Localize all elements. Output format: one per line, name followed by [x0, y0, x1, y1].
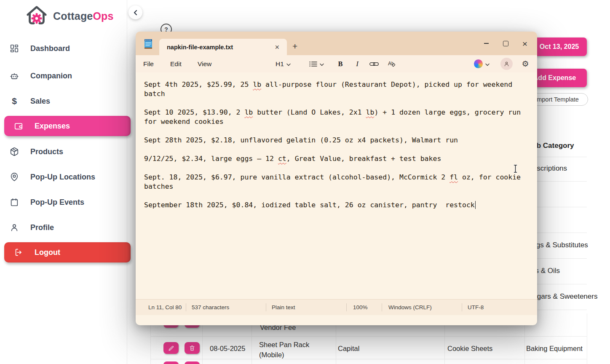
account-button[interactable]: [498, 55, 515, 72]
copilot-icon: [474, 59, 483, 68]
new-tab-button[interactable]: +: [292, 42, 297, 51]
heading-style-dropdown[interactable]: H1: [275, 55, 292, 72]
status-item: 100%: [353, 300, 368, 315]
status-item: 537 characters: [192, 300, 229, 315]
dollar-icon: $: [9, 96, 19, 106]
menu-file[interactable]: File: [143, 55, 154, 72]
status-item: Windows (CRLF): [388, 300, 432, 315]
editor-paragraph: Sept. 18, 2025, $6.97, pure vanilla extr…: [144, 173, 527, 191]
misspelled-word: lb: [253, 80, 261, 88]
chevron-down-icon: [485, 60, 490, 68]
sidebar-item-popup-events[interactable]: Pop-Up Events: [9, 192, 84, 212]
clear-format-icon: A b: [388, 60, 396, 68]
close-icon: ×: [522, 39, 527, 48]
notepad-window: napkin-file-example.txt × + × File Edit …: [136, 32, 537, 325]
table-cell-item: Sheet Pan Rack (Mobile): [259, 340, 334, 360]
user-icon: [9, 222, 19, 233]
link-icon: [369, 61, 379, 67]
sidebar-item-label: Companion: [30, 72, 72, 80]
chevron-down-icon: [286, 60, 291, 68]
menu-view[interactable]: View: [198, 55, 211, 72]
editor-paragraph: September 18th 2025, $0.84, iodized tabl…: [144, 201, 527, 210]
sidebar-item-sales[interactable]: $Sales: [9, 91, 50, 111]
status-separator: [346, 303, 347, 311]
app-title: CottageOps: [53, 10, 114, 22]
avatar: [500, 58, 513, 70]
edit-row-button[interactable]: [163, 361, 179, 364]
editor-paragraph: 9/12/25, $2.34, large eggs – 12 ct, Grea…: [144, 154, 527, 163]
sidebar-collapse-button[interactable]: [128, 5, 142, 19]
sidebar-item-label: Products: [30, 147, 63, 156]
editor-text: September 18th 2025, $0.84, iodized tabl…: [144, 201, 475, 209]
close-button[interactable]: ×: [515, 35, 535, 52]
user-icon: [503, 61, 510, 67]
menu-edit[interactable]: Edit: [170, 55, 182, 72]
editor-text: Sept 4th 2025, $25.99, 25: [144, 80, 253, 88]
notepad-titlebar[interactable]: napkin-file-example.txt × + ×: [136, 32, 537, 55]
sidebar-item-expenses[interactable]: Expenses: [4, 116, 131, 136]
editor-paragraph: Sept 4th 2025, $25.99, 25 lb all-purpose…: [144, 80, 527, 99]
minimize-button[interactable]: [476, 35, 496, 52]
status-item: UTF-8: [468, 300, 484, 315]
delete-row-button[interactable]: [185, 361, 200, 364]
sidebar-item-label: Dashboard: [30, 44, 70, 53]
cottage-house-gear-icon: [24, 3, 49, 29]
sidebar-item-products[interactable]: Products: [9, 142, 63, 162]
text-caret: [475, 201, 476, 209]
package-icon: [9, 147, 19, 157]
app-logo: CottageOps: [24, 3, 114, 29]
notepad-text-area[interactable]: Sept 4th 2025, $25.99, 25 lb all-purpose…: [136, 72, 537, 299]
screen: { "colors": { "accent_pink": "#E9348A", …: [0, 0, 610, 364]
editor-paragraph: Sept 28th 2025, $2.18, unflavored gelati…: [144, 136, 527, 145]
calendar-icon: [9, 197, 19, 207]
notepad-file-icon: [143, 38, 153, 51]
notepad-status-bar: Ln 11, Col 80537 charactersPlain text100…: [136, 299, 537, 315]
sidebar-item-label: Sales: [30, 97, 50, 106]
sidebar-item-label: Logout: [35, 248, 60, 257]
settings-button[interactable]: ⚙: [517, 55, 534, 72]
bold-button[interactable]: B: [334, 55, 347, 72]
table-cell-category: Capital: [338, 345, 359, 353]
tab-close-icon[interactable]: ×: [272, 43, 282, 51]
sidebar-item-companion[interactable]: Companion: [9, 66, 72, 86]
tab-napkin-file[interactable]: napkin-file-example.txt ×: [159, 39, 287, 55]
notepad-toolbar: File Edit View H1 B I: [136, 55, 537, 72]
copilot-dropdown[interactable]: [471, 55, 492, 72]
sidebar-item-dashboard[interactable]: Dashboard: [9, 38, 70, 59]
sidebar-item-popup-locations[interactable]: Pop-Up Locations: [9, 167, 95, 187]
sidebar-item-logout[interactable]: Logout: [4, 242, 131, 262]
sidebar: CottageOps DashboardCompanion$SalesExpen…: [0, 0, 127, 364]
status-separator: [186, 303, 186, 311]
status-item: Plain text: [272, 300, 295, 315]
date-picker-button[interactable]: Oct 13, 2025: [532, 37, 587, 56]
italic-button[interactable]: I: [350, 55, 364, 72]
list-dropdown[interactable]: [307, 55, 326, 72]
edit-row-button[interactable]: [163, 342, 179, 354]
svg-text:A: A: [388, 61, 391, 67]
trash-icon: [189, 345, 195, 351]
sidebar-item-label: Pop-Up Locations: [30, 173, 95, 182]
insert-link-button[interactable]: [367, 55, 382, 72]
map-pin-icon: [9, 172, 19, 182]
misspelled-word: lb: [366, 108, 375, 116]
logout-icon: [13, 247, 24, 257]
bullet-list-icon: [309, 61, 317, 67]
pencil-icon: [168, 345, 175, 352]
status-separator: [462, 303, 462, 311]
minimize-icon: [484, 43, 489, 44]
maximize-button[interactable]: [496, 35, 515, 52]
sidebar-item-profile[interactable]: Profile: [9, 217, 54, 238]
table-cell-date: 08-05-2025: [210, 345, 245, 353]
gear-icon: ⚙: [522, 59, 529, 69]
editor-text: 9/12/25, $2.34, large eggs – 12: [144, 155, 278, 163]
editor-text: , Great Value, breakfast + test bakes: [286, 155, 441, 163]
editor-text: Sept 10 2025, $13.90, 2: [144, 108, 244, 116]
clear-formatting-button[interactable]: A b: [384, 55, 399, 72]
maximize-icon: [503, 41, 508, 46]
dashboard-icon: [9, 43, 19, 54]
robot-icon: [9, 71, 19, 81]
editor-paragraph: Sept 10 2025, $13.90, 2 lb butter (Land …: [144, 108, 527, 126]
status-separator: [382, 303, 382, 311]
delete-row-button[interactable]: [185, 342, 200, 354]
sub-category-cell: Sugars & Sweeteners: [528, 292, 597, 301]
